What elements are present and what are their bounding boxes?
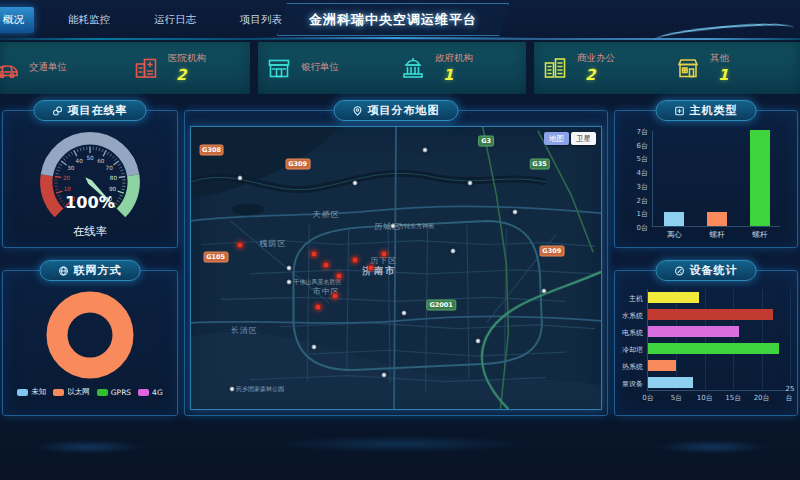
nav-tab-overview[interactable]: 概况 xyxy=(0,7,34,33)
map-project-dot xyxy=(237,242,244,249)
stat-label: 其他 xyxy=(710,52,729,65)
map-poi-marker xyxy=(451,249,456,254)
stats-group-1: 交通单位 医院机构 2 xyxy=(0,42,250,94)
bar-水系统 xyxy=(648,309,773,320)
bar-电系统 xyxy=(648,326,739,337)
bar-量设备 xyxy=(648,377,693,388)
government-icon xyxy=(400,55,426,81)
monitor-icon xyxy=(675,106,685,116)
map-project-dot xyxy=(335,273,342,280)
map-road-badge: G35 xyxy=(529,158,549,169)
bar-冷却塔 xyxy=(648,343,779,354)
stats-row: 交通单位 医院机构 2 xyxy=(0,42,800,94)
device-stats-panel: 设备统计 0台5台10台15台20台25台主机水系统电系统冷却塔热系统量设备 xyxy=(614,270,798,416)
map-panel: 项目分布地图 xyxy=(184,110,608,416)
stats-group-2: 银行单位 政府机构 1 xyxy=(258,42,526,94)
x-axis-tick: 25台 xyxy=(786,385,795,403)
stat-value: 2 xyxy=(577,66,615,84)
map-mode-button[interactable]: 地图 xyxy=(544,132,569,145)
map-poi-marker xyxy=(312,344,317,349)
y-axis-label: 水系统 xyxy=(617,311,643,321)
title-underline-glow xyxy=(250,37,540,39)
right-column: 主机类型 离心螺杆螺杆0台1台2台3台4台5台6台7台 设备统计 0台5台10台… xyxy=(614,110,798,416)
map-road-badge: G309 xyxy=(539,246,564,257)
x-axis-label: 螺杆 xyxy=(697,230,737,240)
legend-item-4G[interactable]: 4G xyxy=(138,387,163,397)
map-project-dot xyxy=(380,250,387,257)
y-axis-label: 量设备 xyxy=(617,379,643,389)
map-poi-marker xyxy=(238,175,243,180)
panel-title: 项目在线率 xyxy=(68,103,128,118)
nav-tab-energy[interactable]: 能耗监控 xyxy=(58,7,120,33)
stat-label: 交通单位 xyxy=(29,61,67,74)
svg-text:10: 10 xyxy=(64,186,72,192)
map-road-badge: G105 xyxy=(203,251,228,262)
panel-title: 设备统计 xyxy=(690,263,738,278)
online-rate-panel-header: 项目在线率 xyxy=(34,100,147,121)
main-content: 项目在线率 0102030405060708090100100%在线率 联网方式… xyxy=(0,110,800,416)
device-stats-bar-chart: 0台5台10台15台20台25台主机水系统电系统冷却塔热系统量设备 xyxy=(617,285,795,409)
map-poi-marker xyxy=(512,209,517,214)
svg-text:20: 20 xyxy=(63,175,71,181)
car-icon xyxy=(0,55,20,81)
host-type-panel-header: 主机类型 xyxy=(656,100,757,121)
legend-item-GPRS[interactable]: GPRS xyxy=(97,387,131,397)
online-rate-gauge: 0102030405060708090100100%在线率 xyxy=(3,121,177,245)
stat-label: 商业办公 xyxy=(577,52,615,65)
map-poi-marker xyxy=(402,311,407,316)
map-overlays: 天桥区槐荫区历城区历下区市中区长清区济南市G308G309G3G35G309G2… xyxy=(191,127,601,409)
stat-bank: 银行单位 xyxy=(258,42,392,94)
host-type-bar-chart: 离心螺杆螺杆0台1台2台3台4台5台6台7台 xyxy=(622,125,790,243)
bar-主机 xyxy=(648,292,699,303)
shop-icon xyxy=(675,55,701,81)
map-district-label: 槐荫区 xyxy=(260,237,287,248)
map-poi-marker xyxy=(353,181,358,186)
legend-item-未知[interactable]: 未知 xyxy=(17,387,46,397)
bar-螺杆 xyxy=(707,212,727,226)
stat-value: 2 xyxy=(168,66,206,84)
x-axis-tick: 20台 xyxy=(754,393,770,403)
svg-text:80: 80 xyxy=(110,175,118,181)
office-icon xyxy=(542,55,568,81)
panel-title: 项目分布地图 xyxy=(368,103,440,118)
svg-text:在线率: 在线率 xyxy=(73,224,107,238)
globe-icon xyxy=(59,266,69,276)
y-axis-label: 冷却塔 xyxy=(617,345,643,355)
map-container: 天桥区槐荫区历城区历下区市中区长清区济南市G308G309G3G35G309G2… xyxy=(190,126,602,410)
host-type-panel: 主机类型 离心螺杆螺杆0台1台2台3台4台5台6台7台 xyxy=(614,110,798,248)
map-poi-marker: 药乡国家森林公园 xyxy=(229,385,284,394)
floor-glow xyxy=(0,420,800,480)
nav-tab-logs[interactable]: 运行日志 xyxy=(144,7,206,33)
bar-离心 xyxy=(664,212,684,226)
y-axis-label: 主机 xyxy=(617,294,643,304)
map-road-badge: G309 xyxy=(285,158,310,169)
stat-office: 商业办公 2 xyxy=(534,42,667,94)
wrench-icon xyxy=(675,266,685,276)
map-poi-marker xyxy=(422,147,427,152)
hospital-icon xyxy=(133,55,159,81)
map-poi-marker xyxy=(467,181,472,186)
satellite-mode-button[interactable]: 卫星 xyxy=(571,132,596,145)
bar-螺杆 xyxy=(750,130,770,226)
map-district-label: 长清区 xyxy=(231,325,258,336)
map-road-badge: G3 xyxy=(478,136,494,147)
stats-group-3: 商业办公 2 其他 1 xyxy=(534,42,800,94)
stat-label: 银行单位 xyxy=(301,61,339,74)
x-axis-label: 螺杆 xyxy=(740,230,780,240)
x-axis-tick: 10台 xyxy=(697,393,713,403)
network-panel: 联网方式 未知以太网GPRS4G xyxy=(2,270,178,416)
map-poi-marker: 方特东方神画 xyxy=(391,221,434,230)
map-road-badge: G308 xyxy=(199,144,224,155)
map-project-dot xyxy=(311,250,318,257)
stat-value: 1 xyxy=(710,66,729,84)
x-axis-tick: 5台 xyxy=(671,393,682,403)
stat-hospital: 医院机构 2 xyxy=(125,42,250,94)
bar-热系统 xyxy=(648,360,676,371)
svg-text:50: 50 xyxy=(86,155,94,161)
stat-traffic: 交通单位 xyxy=(0,42,125,94)
x-axis-tick: 0台 xyxy=(642,393,653,403)
stat-label: 政府机构 xyxy=(435,52,473,65)
svg-text:70: 70 xyxy=(106,165,114,171)
panel-title: 联网方式 xyxy=(74,263,122,278)
legend-item-以太网[interactable]: 以太网 xyxy=(53,387,90,397)
